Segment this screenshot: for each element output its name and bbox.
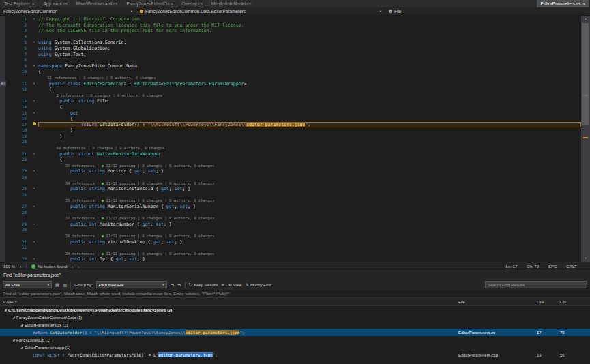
code-line[interactable]: 30	[0, 227, 581, 233]
fold-marker[interactable]: ▾	[30, 239, 38, 245]
close-icon[interactable]: ×	[582, 2, 585, 6]
code-line[interactable]: 15▾ get	[0, 110, 581, 117]
code-line[interactable]: 25▾ public string MonitorInstanceId { ge…	[0, 186, 581, 192]
find-tree-node[interactable]: ◢C:\Users\zhaopengwang\Desktop\powertoys…	[0, 306, 590, 314]
modify-find-button[interactable]: ✎ Modify Find	[245, 282, 271, 288]
code-line[interactable]: 31▾ public string VirtualDesktop { get; …	[0, 239, 581, 245]
collapse-all-button[interactable]: ⊟	[171, 282, 174, 288]
code-line[interactable]: 17 return GetDataFolder() + "\\Microsoft…	[0, 122, 581, 128]
tree-expanded-icon[interactable]: ◢	[19, 323, 25, 327]
member-dropdown[interactable]: File	[385, 7, 590, 15]
fold-marker[interactable]: ▾	[30, 63, 38, 70]
codelens-row[interactable]: 60 references | 0 changes | 0 authors, 0…	[0, 145, 581, 151]
code-line[interactable]: 29▾ public int MonitorNumber { get; set;…	[0, 222, 581, 228]
code-line[interactable]: 5▾using System.Collections.Generic;	[0, 40, 581, 46]
fold-marker[interactable]: ▾	[30, 186, 38, 192]
fold-marker[interactable]: ▾	[30, 204, 38, 210]
find-result-row[interactable]: return GetDataFolder() + "\\Microsoft\\P…	[0, 329, 590, 336]
codelens-row[interactable]: 36 references | ● 11/11 passing | 0 chan…	[0, 233, 581, 239]
code-line[interactable]: 18 }	[0, 127, 581, 134]
editor-scrollbar[interactable]: ▲ ▼	[581, 16, 590, 262]
code-line[interactable]: 3// See the LICENSE file in the project …	[0, 28, 581, 34]
list-view-button[interactable]: ≡ List View	[222, 282, 242, 287]
fold-marker[interactable]: ▾	[30, 256, 38, 262]
document-health[interactable]: ✓ No issues found	[31, 264, 67, 269]
tab-document[interactable]: Overlay.cs	[177, 0, 207, 7]
codelens-row[interactable]: 34 references | ● 11/11 passing | 0 chan…	[0, 251, 581, 257]
fold-marker[interactable]: ▾	[30, 81, 38, 87]
show-file-contents-button[interactable]: ▥	[63, 282, 67, 288]
tree-expanded-icon[interactable]: ◢	[11, 316, 16, 319]
code-line[interactable]: 21▾ public struct NativeMonitorDataWrapp…	[0, 151, 581, 157]
find-tree-node[interactable]: ◢EditorParameters.cs (1)	[0, 321, 590, 329]
tab-active-document[interactable]: EditorParameters.cs×	[537, 0, 590, 7]
code-line[interactable]: 19 }	[0, 134, 581, 140]
code-line[interactable]: 28	[0, 210, 581, 216]
code-line[interactable]: 16 {	[0, 116, 581, 122]
codelens-row[interactable]: 91 references | 0 changes | 0 authors, 0…	[0, 75, 581, 81]
keep-results-button[interactable]: ↻ Keep Results	[189, 282, 218, 288]
next-issue-icon[interactable]: ›	[78, 264, 79, 269]
line-column-header[interactable]: Line	[537, 300, 560, 304]
expand-all-button[interactable]: ⊞	[177, 282, 181, 288]
group-by-dropdown[interactable]: Path then File ▾	[96, 281, 167, 288]
code-line[interactable]: 27▾ public string MonitorSerialNumber { …	[0, 204, 581, 210]
scrollbar-thumb[interactable]	[582, 23, 589, 125]
code-line[interactable]: 1▾// Copyright (c) Microsoft Corporation	[0, 16, 581, 22]
fold-marker[interactable]: ▾	[30, 151, 38, 157]
find-tree-node[interactable]: ◢EditorParameters.cpp (1)	[0, 344, 590, 351]
codelens-row[interactable]: 2 references | 0 changes | 0 authors, 0 …	[0, 93, 581, 99]
eol-indicator[interactable]: CRLF	[566, 264, 577, 269]
find-tree-node[interactable]: ◢FancyZonesLib (1)	[0, 336, 590, 344]
tree-expanded-icon[interactable]: ◢	[11, 338, 16, 342]
codelens-row[interactable]: 34 references | ● 11/11 passing | 0 chan…	[0, 181, 581, 187]
fold-marker[interactable]: ▾	[30, 98, 38, 104]
fold-marker[interactable]: ▾	[30, 222, 38, 228]
code-column-header[interactable]: Code ▾	[0, 300, 17, 304]
codelens-row[interactable]: 38 references | ● 12/12 passing | 0 chan…	[0, 163, 581, 169]
lightbulb-icon[interactable]	[33, 122, 36, 125]
tab-document[interactable]: Test Explorer×	[0, 0, 39, 7]
code-line[interactable]: 8	[0, 57, 581, 63]
search-find-results-input[interactable]	[485, 281, 587, 288]
fold-marker[interactable]: ▾	[30, 168, 38, 175]
indent-indicator[interactable]: SPC	[548, 264, 557, 269]
code-line[interactable]: 2// The Microsoft Corporation licenses t…	[0, 22, 581, 29]
scroll-down-icon[interactable]: ▼	[581, 255, 590, 262]
tab-document[interactable]: App.xaml.cs	[39, 0, 72, 7]
code-line[interactable]: 4	[0, 34, 581, 40]
code-line[interactable]: 13▾ public string File	[0, 98, 581, 104]
tree-expanded-icon[interactable]: ◢	[19, 346, 25, 349]
code-editor[interactable]: 1▾// Copyright (c) Microsoft Corporation…	[0, 16, 590, 262]
codelens-row[interactable]: 35 references | ● 11/11 passing | 0 chan…	[0, 198, 581, 204]
margin-indicator[interactable]: RT	[0, 81, 6, 87]
scroll-up-icon[interactable]: ▲	[581, 16, 590, 22]
project-dropdown[interactable]: FancyZonesEditorCommon ▾	[0, 7, 136, 15]
line-indicator[interactable]: Ln: 17	[506, 264, 518, 269]
code-line[interactable]: 33▾ public int Dpi { get; set; }	[0, 256, 581, 262]
find-result-row[interactable]: const wchar_t FancyZonesEditorParameters…	[0, 351, 590, 359]
code-line[interactable]: 6using System.Globalization;	[0, 46, 581, 52]
close-icon[interactable]: ×	[32, 2, 35, 6]
code-line[interactable]: 9▾namespace FancyZonesEditorCommon.Data	[0, 63, 581, 70]
tab-document[interactable]: MonitorInfoModel.cs	[207, 0, 256, 7]
fold-marker[interactable]: ▾	[30, 110, 38, 117]
file-column-header[interactable]: File	[458, 300, 537, 304]
code-line[interactable]: 10{	[0, 69, 581, 75]
type-dropdown[interactable]: FancyZonesEditorCommon.Data.EditorParame…	[136, 7, 385, 15]
code-line[interactable]: 32	[0, 245, 581, 251]
code-line[interactable]: 24	[0, 175, 581, 181]
code-line[interactable]: 26	[0, 192, 581, 198]
show-files-button[interactable]: ▤	[55, 282, 59, 288]
char-indicator[interactable]: Ch: 79	[527, 264, 539, 269]
code-line[interactable]: 7using System.Text;	[0, 52, 581, 58]
code-line[interactable]: 20	[0, 139, 581, 145]
tab-document[interactable]: MainWindow.xaml.cs	[72, 0, 123, 7]
fold-marker[interactable]: ▾	[30, 16, 38, 22]
code-line[interactable]: 14 {	[0, 104, 581, 110]
col-column-header[interactable]: Col	[560, 300, 590, 304]
code-line[interactable]: RT11▾ public class EditorParameters : Ed…	[0, 81, 581, 87]
tab-document[interactable]: FancyZonesEditorIO.cs	[123, 0, 178, 7]
fold-marker[interactable]: ▾	[30, 40, 38, 46]
find-tree-node[interactable]: ◢FancyZonesEditorCommon\Data (1)	[0, 314, 590, 321]
